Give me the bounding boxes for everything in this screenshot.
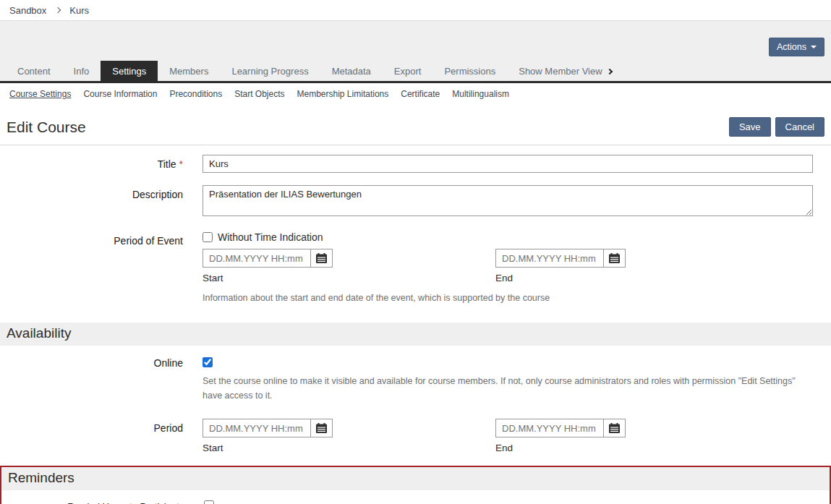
remind-users-checkbox[interactable] <box>204 500 214 504</box>
event-start-calendar-button[interactable] <box>311 249 333 268</box>
subtab-start-objects[interactable]: Start Objects <box>234 89 284 99</box>
description-textarea[interactable]: Präsentation der ILIAS Bewertungen <box>203 185 813 216</box>
tab-export[interactable]: Export <box>383 61 433 81</box>
remind-users-label: Remind Users to Participate <box>1 500 204 504</box>
availability-end-column: End <box>495 419 788 453</box>
availability-end-input[interactable] <box>495 419 604 437</box>
cancel-button[interactable]: Cancel <box>775 117 824 137</box>
event-start-column: Start <box>203 249 495 283</box>
event-start-label: Start <box>203 273 495 283</box>
event-start-input[interactable] <box>203 249 311 268</box>
tab-metadata[interactable]: Metadata <box>320 61 383 81</box>
main-tab-bar: Content Info Settings Members Learning P… <box>0 61 831 83</box>
calendar-icon <box>609 423 620 433</box>
page-header: Edit Course Save Cancel <box>0 106 831 145</box>
subtab-preconditions[interactable]: Preconditions <box>169 89 222 99</box>
page-title: Edit Course <box>7 119 86 136</box>
subtab-course-information[interactable]: Course Information <box>83 89 157 99</box>
online-byline: Set the course online to make it visible… <box>203 375 796 403</box>
availability-end-calendar-button[interactable] <box>604 419 626 437</box>
required-asterisk: * <box>179 158 183 170</box>
actions-button[interactable]: Actions <box>769 38 824 56</box>
description-control: Präsentation der ILIAS Bewertungen <box>203 185 813 219</box>
without-time-indication-checkbox[interactable] <box>203 232 213 242</box>
save-button[interactable]: Save <box>729 117 771 137</box>
event-end-column: End <box>495 249 788 283</box>
title-label-text: Title <box>158 158 176 170</box>
event-end-label: End <box>495 273 788 283</box>
availability-section-header: Availability <box>0 323 831 346</box>
tab-settings[interactable]: Settings <box>101 61 158 81</box>
availability-period-row: Period Start <box>0 419 831 453</box>
breadcrumb: Sandbox Kurs <box>0 0 831 21</box>
edit-course-form: Title * Description Präsentation der ILI… <box>0 145 831 504</box>
calendar-icon <box>316 253 327 263</box>
title-label: Title * <box>0 155 203 173</box>
remind-users-row: Remind Users to Participate <box>1 500 830 504</box>
availability-start-label: Start <box>203 443 495 453</box>
tab-learning-progress[interactable]: Learning Progress <box>220 61 320 81</box>
title-row: Title * <box>0 155 831 173</box>
availability-start-group <box>203 419 495 437</box>
availability-start-input[interactable] <box>203 419 311 437</box>
event-end-calendar-button[interactable] <box>604 249 626 268</box>
remind-users-control <box>204 500 811 504</box>
subtab-membership-limitations[interactable]: Membership Limitations <box>297 89 389 99</box>
event-start-group <box>203 249 495 268</box>
online-checkbox[interactable] <box>203 357 213 367</box>
availability-period-dates: Start End <box>203 419 813 453</box>
tab-permissions[interactable]: Permissions <box>432 61 507 81</box>
subtab-certificate[interactable]: Certificate <box>401 89 440 99</box>
period-of-event-control: Without Time Indication Start <box>203 231 813 305</box>
title-control <box>203 155 813 173</box>
online-label: Online <box>0 357 203 403</box>
header-band: Actions Content Info Settings Members Le… <box>0 21 831 83</box>
breadcrumb-separator-icon <box>55 7 61 13</box>
calendar-icon <box>316 423 327 433</box>
breadcrumb-item-kurs[interactable]: Kurs <box>69 5 89 16</box>
without-time-indication-line: Without Time Indication <box>203 231 813 243</box>
reminders-highlight-box: Reminders Remind Users to Participate <box>0 466 831 504</box>
description-label: Description <box>0 185 203 219</box>
online-row: Online Set the course online to make it … <box>0 357 831 403</box>
period-of-event-row: Period of Event Without Time Indication … <box>0 231 831 305</box>
subtab-bar: Course Settings Course Information Preco… <box>0 83 831 106</box>
calendar-icon <box>609 253 620 263</box>
tab-content[interactable]: Content <box>6 61 62 81</box>
event-end-input[interactable] <box>495 249 604 268</box>
actions-button-label: Actions <box>777 42 806 52</box>
availability-period-control: Start End <box>203 419 813 453</box>
event-end-group <box>495 249 788 268</box>
online-control: Set the course online to make it visible… <box>203 357 813 403</box>
without-time-indication-label: Without Time Indication <box>218 231 323 243</box>
chevron-right-icon <box>606 68 612 74</box>
description-row: Description Präsentation der ILIAS Bewer… <box>0 185 831 219</box>
availability-start-calendar-button[interactable] <box>311 419 333 437</box>
tab-show-member-view-label: Show Member View <box>519 66 602 77</box>
period-of-event-byline: Information about the start and end date… <box>203 291 813 305</box>
subtab-multilingualism[interactable]: Multilingualism <box>452 89 509 99</box>
title-input[interactable] <box>203 155 813 173</box>
reminders-section-header: Reminders <box>1 467 830 490</box>
tab-show-member-view[interactable]: Show Member View <box>507 61 623 81</box>
availability-end-label: End <box>495 443 788 453</box>
tab-info[interactable]: Info <box>62 61 101 81</box>
subtab-course-settings[interactable]: Course Settings <box>9 89 71 99</box>
breadcrumb-item-sandbox[interactable]: Sandbox <box>9 5 46 16</box>
form-action-buttons: Save Cancel <box>729 117 824 137</box>
availability-period-label: Period <box>0 419 203 453</box>
period-of-event-label: Period of Event <box>0 231 203 305</box>
availability-start-column: Start <box>203 419 495 453</box>
event-period-dates: Start End <box>203 249 813 283</box>
tab-members[interactable]: Members <box>158 61 220 81</box>
caret-down-icon <box>811 46 817 48</box>
availability-end-group <box>495 419 788 437</box>
